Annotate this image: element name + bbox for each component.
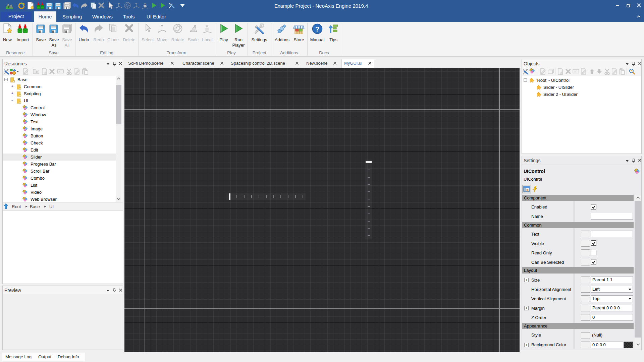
svg-text:x: x bbox=[59, 70, 60, 73]
svg-text:?: ? bbox=[315, 25, 320, 33]
svg-text:x: x bbox=[574, 70, 576, 73]
